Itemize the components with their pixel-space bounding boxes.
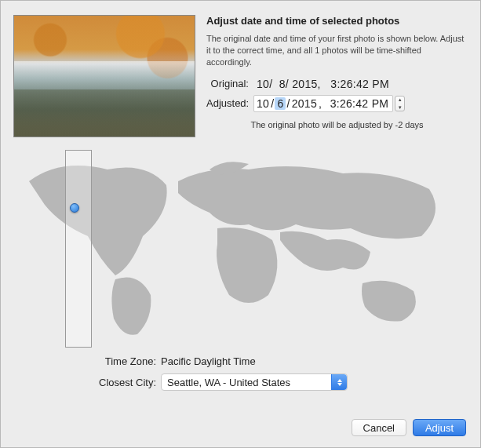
stepper-up-icon[interactable]: ▲ [398,97,403,102]
adjusted-day-selected[interactable]: 6 [275,97,286,110]
original-label: Original: [206,78,253,89]
location-pin[interactable] [70,203,79,213]
dialog-title: Adjust date and time of selected photos [206,15,468,27]
time-shift-note: The original photo will be adjusted by -… [206,120,468,129]
original-datetime-value: 10/ 8/ 2015, 3:26:42 PM [253,78,468,90]
stepper-down-icon[interactable]: ▼ [398,105,403,110]
chevron-down-icon [337,383,342,386]
closest-city-label: Closest City: [13,377,161,388]
datetime-stepper[interactable]: ▲ ▼ [395,96,405,111]
photo-thumbnail [13,15,195,137]
timezone-label: Time Zone: [13,355,161,367]
dialog-description: The original date and time of your first… [206,33,468,68]
timezone-value: Pacific Daylight Time [161,355,468,367]
closest-city-value: Seattle, WA - United States [167,377,290,388]
adjusted-time[interactable]: 3:26:42 PM [330,97,390,110]
adjusted-datetime-field[interactable]: 10/ 6/ 2015, 3:26:42 PM [253,95,393,112]
adjusted-label: Adjusted: [206,97,253,109]
closest-city-combobox[interactable]: Seattle, WA - United States [161,373,348,391]
adjust-button[interactable]: Adjust [413,419,466,436]
timezone-world-map[interactable] [13,150,468,348]
date-comma: , [318,97,322,110]
adjusted-year[interactable]: 2015 [291,97,318,110]
adjusted-month[interactable]: 10 [256,97,270,110]
timezone-highlight-band [65,150,92,348]
cancel-button[interactable]: Cancel [352,419,406,436]
chevron-up-icon [337,379,342,382]
combobox-toggle-button[interactable] [331,374,347,390]
